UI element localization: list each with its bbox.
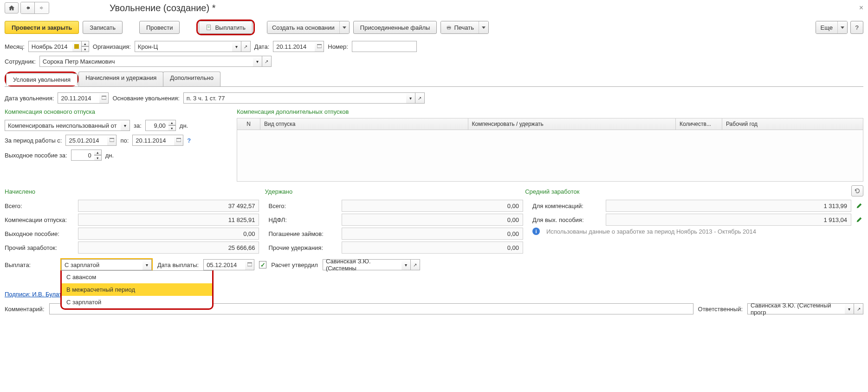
sev-down[interactable]: ▼ <box>94 155 102 161</box>
date-cal[interactable] <box>315 41 324 52</box>
post-button[interactable]: Провести <box>139 21 180 34</box>
date-label: Дата: <box>254 43 269 50</box>
arrow-left-icon <box>25 5 31 11</box>
th-type[interactable]: Вид отпуска <box>260 118 468 130</box>
approved-open[interactable]: ↗ <box>411 259 420 270</box>
resp-dd[interactable]: ▾ <box>845 303 854 314</box>
accrued-total: 37 492,57 <box>78 200 259 212</box>
approved-checkbox[interactable]: ✓ <box>259 261 266 268</box>
employee-input[interactable]: Сорока Петр Максимович <box>39 56 253 67</box>
org-label: Организация: <box>93 43 131 50</box>
month-cal-button[interactable] <box>72 41 82 52</box>
tab-additional[interactable]: Дополнительно <box>163 72 220 86</box>
pay-button[interactable]: Выплатить <box>199 21 253 34</box>
month-input[interactable]: Ноябрь 2014 <box>28 41 72 52</box>
post-and-close-button[interactable]: Провести и закрыть <box>5 21 79 34</box>
reason-open[interactable]: ↗ <box>415 92 425 104</box>
days-unit: дн. <box>180 122 188 129</box>
responsible-input[interactable]: Савинская З.Ю. (Системный прогр <box>747 303 845 314</box>
comp-action-dd[interactable]: ▾ <box>121 120 130 131</box>
edit-avg-comp-button[interactable] <box>855 202 863 210</box>
sev-unit: дн. <box>105 152 114 159</box>
employee-open[interactable]: ↗ <box>262 56 272 67</box>
withheld-ndfl-label: НДФЛ: <box>268 216 338 223</box>
avg-sev: 1 913,04 <box>606 214 851 226</box>
approved-dd[interactable]: ▾ <box>402 259 411 270</box>
payment-date-input[interactable]: 05.12.2014 <box>203 259 245 270</box>
days-up[interactable]: ▲ <box>168 120 176 125</box>
withheld-heading: Удержано <box>265 188 516 195</box>
period-help[interactable]: ? <box>187 137 191 144</box>
accrued-sev-label: Выходное пособие: <box>5 230 74 237</box>
th-comp[interactable]: Компенсировать / удержать <box>468 118 676 130</box>
comp-action-select[interactable]: Компенсировать неиспользованный от <box>5 120 121 131</box>
refresh-icon <box>854 188 861 194</box>
payment-opt-interperiod[interactable]: В межрасчетный период <box>62 283 212 296</box>
calendar-icon <box>110 138 114 143</box>
calendar-icon <box>102 96 106 100</box>
org-open[interactable]: ↗ <box>241 41 251 52</box>
forward-button[interactable] <box>35 2 49 13</box>
svg-rect-2 <box>208 27 210 28</box>
tab-conditions[interactable]: Условия увольнения <box>6 73 78 85</box>
refresh-button[interactable] <box>851 185 863 196</box>
table-body-empty[interactable] <box>237 130 863 181</box>
edit-avg-sev-button[interactable] <box>855 216 863 224</box>
save-button[interactable]: Записать <box>83 21 123 34</box>
period-from-input[interactable]: 25.01.2014 <box>65 135 107 146</box>
close-button[interactable]: × <box>859 4 863 12</box>
th-year[interactable]: Рабочий год <box>722 118 863 130</box>
svg-rect-5 <box>448 28 450 30</box>
accrued-other-label: Прочий заработок: <box>5 244 74 251</box>
avg-comp: 1 313,99 <box>606 200 851 212</box>
th-qty[interactable]: Количеств... <box>676 118 722 130</box>
withheld-loan-label: Погашение займов: <box>268 230 338 237</box>
employee-dd[interactable]: ▾ <box>253 56 262 67</box>
payment-opt-salary[interactable]: С зарплатой <box>62 296 212 308</box>
document-icon <box>206 24 212 31</box>
days-down[interactable]: ▼ <box>168 125 176 131</box>
payment-dd[interactable]: ▾ <box>143 259 152 270</box>
back-button[interactable] <box>21 2 35 13</box>
month-up[interactable]: ▲ <box>82 41 89 46</box>
dismissal-date-cal[interactable] <box>99 92 109 104</box>
payment-date-cal[interactable] <box>245 259 254 270</box>
for-label: за: <box>134 122 142 129</box>
more-caret[interactable] <box>838 21 847 33</box>
payment-select[interactable]: С зарплатой <box>61 259 143 270</box>
date-input[interactable]: 20.11.2014 <box>273 41 315 52</box>
payment-opt-advance[interactable]: С авансом <box>62 271 212 283</box>
reason-dd[interactable]: ▾ <box>406 92 415 104</box>
sev-up[interactable]: ▲ <box>94 150 102 155</box>
org-dd[interactable]: ▾ <box>232 41 241 52</box>
home-icon <box>8 5 15 11</box>
calendar-icon <box>317 44 322 49</box>
home-button[interactable] <box>5 2 19 13</box>
dismissal-date-input[interactable]: 20.11.2014 <box>58 92 99 104</box>
accrued-comp: 11 825,91 <box>78 214 259 226</box>
period-to-input[interactable]: 20.11.2014 <box>132 135 174 146</box>
signatures-link[interactable]: Подписи: И.В. Булат <box>5 291 62 298</box>
attached-files-button[interactable]: Присоединенные файлы <box>353 21 437 34</box>
tab-accruals[interactable]: Начисления и удержания <box>78 72 163 86</box>
resp-open[interactable]: ↗ <box>854 303 863 314</box>
severance-days-input[interactable]: 0 <box>71 150 94 161</box>
print-caret[interactable] <box>479 21 488 33</box>
print-button[interactable]: Печать <box>440 21 489 34</box>
period-from-cal[interactable] <box>107 135 117 146</box>
svg-rect-12 <box>110 138 114 139</box>
help-button[interactable]: ? <box>850 21 863 34</box>
month-down[interactable]: ▼ <box>82 46 89 52</box>
dismissal-reason-input[interactable]: п. 3 ч. 1 ст. 77 <box>183 92 406 104</box>
more-button[interactable]: Еще <box>816 21 848 34</box>
payment-label: Выплата: <box>5 261 56 268</box>
comp-days-input[interactable]: 9,00 <box>145 120 168 131</box>
th-n[interactable]: N <box>237 118 260 130</box>
period-to-cal[interactable] <box>174 135 183 146</box>
number-input[interactable] <box>352 41 417 52</box>
create-based-button[interactable]: Создать на основании <box>267 21 350 34</box>
approved-by-input[interactable]: Савинская З.Ю. (Системны <box>323 259 402 270</box>
month-label: Месяц: <box>5 43 25 50</box>
create-based-caret[interactable] <box>340 21 349 33</box>
org-input[interactable]: Крон-Ц <box>135 41 232 52</box>
